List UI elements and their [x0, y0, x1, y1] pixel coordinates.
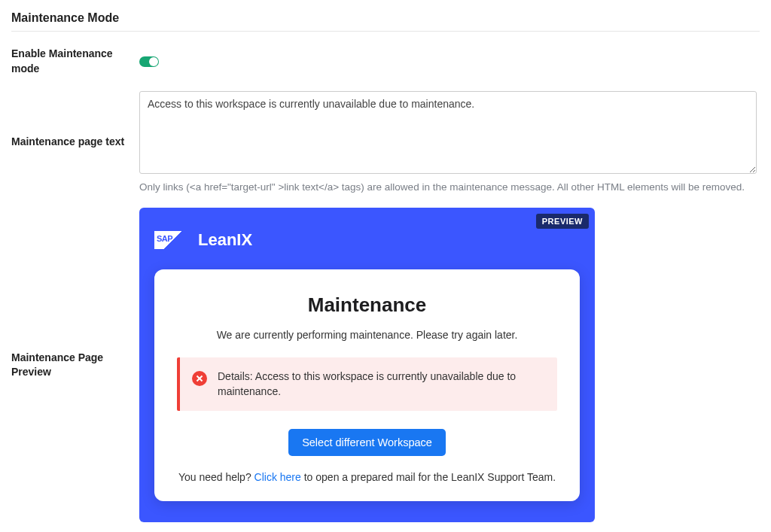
- alert-message: Access to this workspace is currently un…: [218, 370, 516, 397]
- section-title: Maintenance Mode: [11, 11, 760, 32]
- preview-card-subtitle: We are currently performing maintenance.…: [177, 329, 557, 341]
- preview-panel: PREVIEW SAP LeanIX Maintenance We are cu…: [139, 208, 595, 522]
- maintenance-text-input[interactable]: [139, 91, 757, 174]
- help-after: to open a prepared mail for the LeanIX S…: [301, 471, 556, 483]
- select-workspace-button[interactable]: Select different Workspace: [288, 429, 446, 456]
- preview-card-title: Maintenance: [177, 293, 557, 317]
- sap-logo-icon: SAP: [154, 231, 192, 249]
- help-before: You need help?: [178, 471, 254, 483]
- preview-logo: SAP LeanIX: [154, 230, 580, 250]
- sap-logo-text: SAP: [157, 234, 172, 243]
- preview-alert: Details: Access to this workspace is cur…: [177, 357, 557, 411]
- alert-prefix: Details:: [218, 370, 255, 382]
- maintenance-text-help: Only links (<a href="target-url" >link t…: [139, 181, 745, 193]
- row-enable: Enable Maintenance mode: [11, 47, 760, 76]
- preview-card: Maintenance We are currently performing …: [154, 269, 580, 501]
- label-text: Maintenance page text: [11, 135, 139, 150]
- help-link[interactable]: Click here: [254, 471, 301, 483]
- preview-help-line: You need help? Click here to open a prep…: [177, 471, 557, 483]
- label-preview: Maintenance Page Preview: [11, 351, 139, 380]
- preview-badge: PREVIEW: [536, 214, 589, 229]
- error-icon: [192, 371, 207, 386]
- brand-text: LeanIX: [198, 230, 252, 250]
- row-preview: Maintenance Page Preview PREVIEW SAP Lea…: [11, 208, 760, 522]
- row-text: Maintenance page text Only links (<a hre…: [11, 91, 760, 193]
- preview-alert-text: Details: Access to this workspace is cur…: [218, 369, 545, 399]
- label-enable: Enable Maintenance mode: [11, 47, 139, 76]
- enable-maintenance-toggle[interactable]: [139, 56, 159, 67]
